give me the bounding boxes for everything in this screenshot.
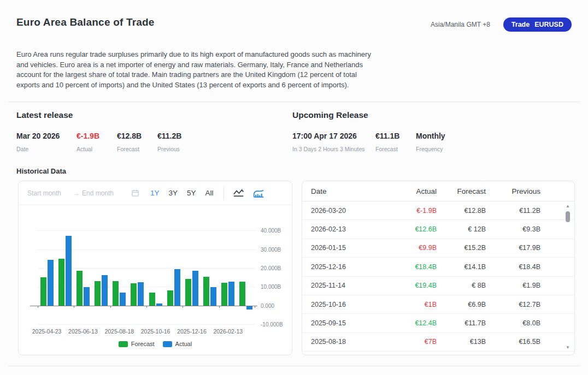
cell-date: 2026-03-20 <box>311 207 387 215</box>
cell-previous: €8.0B <box>486 319 540 327</box>
latest-release-heading: Latest release <box>16 110 292 120</box>
bar-forecast <box>203 277 209 305</box>
bar-actual <box>66 236 72 305</box>
legend-swatch <box>119 341 128 347</box>
page-header: Euro Area Balance of Trade Asia/Manila G… <box>0 0 588 32</box>
upcoming-release-items: 17:00 Apr 17 2026In 3 Days 2 Hours 3 Min… <box>292 132 445 152</box>
bar-actual <box>192 271 198 305</box>
bar-actual <box>210 287 216 306</box>
column-header-actual: Actual <box>387 187 437 195</box>
bar-actual <box>120 293 126 306</box>
cell-previous: €18.4B <box>486 263 540 271</box>
bar-actual <box>48 260 54 305</box>
cell-date: 2025-09-15 <box>311 319 387 327</box>
x-axis-label: 2025-08-18 <box>104 328 134 335</box>
x-axis-tick <box>110 306 111 308</box>
scroll-down-icon[interactable]: ▼ <box>566 345 570 350</box>
bar-forecast <box>95 281 101 306</box>
release-item: €11.1BForecast <box>375 132 416 152</box>
description-text: Euro Area runs regular trade surpluses p… <box>16 50 373 90</box>
legend-label: Actual <box>175 341 192 347</box>
y-axis-label: 0.000 <box>261 302 274 308</box>
table-row: 2026-02-13€12.6B€ 12B€9.3B <box>302 220 574 239</box>
range-buttons: 1Y3Y5YAll <box>150 189 214 197</box>
chart-panel: → 1Y3Y5YAll <box>18 181 292 355</box>
legend-swatch <box>163 341 172 347</box>
trade-button[interactable]: Trade EURUSD <box>503 17 572 32</box>
cell-previous: €16.5B <box>486 338 540 346</box>
chart-gridline <box>38 324 255 325</box>
cell-date: 2026-02-13 <box>311 225 387 233</box>
bar-actual <box>138 282 144 306</box>
cell-previous: €11.2B <box>486 207 540 215</box>
chart-type-bar-icon[interactable] <box>253 188 264 198</box>
table-row: 2025-08-18€7B€13B€16.5B <box>302 333 574 352</box>
chart-x-labels: 2025-04-232025-06-132025-08-182025-10-16… <box>38 328 255 335</box>
x-axis-label: 2025-06-13 <box>68 328 98 335</box>
bar-forecast <box>239 282 245 306</box>
release-value: €11.1B <box>375 132 416 140</box>
cell-previous: €17.9B <box>486 244 540 252</box>
start-month-input[interactable] <box>27 189 73 197</box>
x-axis-tick <box>255 306 255 308</box>
release-label: Forecast <box>375 146 416 152</box>
cell-forecast: € 8B <box>437 282 486 289</box>
release-value: €-1.9B <box>77 132 117 140</box>
cell-actual: €12.4B <box>387 319 437 327</box>
legend-item[interactable]: Actual <box>163 341 192 347</box>
x-axis-label: 2025-04-23 <box>32 328 62 335</box>
release-item: 17:00 Apr 17 2026In 3 Days 2 Hours 3 Min… <box>292 132 375 152</box>
cell-previous: €9.3B <box>486 225 540 233</box>
release-label: Actual <box>77 146 117 152</box>
table-row: 2025-12-16€18.4B€14.1B€18.4B <box>302 258 574 276</box>
scroll-thumb[interactable] <box>566 211 570 222</box>
table-body: 2026-03-20€-1.9B€12.8B€11.2B2026-02-13€1… <box>302 201 574 352</box>
x-axis-tick <box>38 306 38 308</box>
column-header-forecast: Forecast <box>437 187 486 195</box>
range-button-5y[interactable]: 5Y <box>187 189 196 197</box>
bar-forecast <box>58 259 64 306</box>
arrow-right-icon: → <box>73 189 80 197</box>
cell-forecast: € 12B <box>437 225 486 233</box>
table-panel: Date Actual Forecast Previous 2026-03-20… <box>302 181 575 355</box>
range-button-3y[interactable]: 3Y <box>169 189 178 197</box>
range-button-1y[interactable]: 1Y <box>150 189 160 197</box>
bar-forecast <box>77 271 83 305</box>
bar-forecast <box>149 293 155 306</box>
release-value: Monthly <box>416 132 445 140</box>
chart-type-line-icon[interactable] <box>233 188 244 198</box>
chart-type-icons <box>233 188 264 198</box>
x-axis-tick <box>219 306 220 308</box>
cell-actual: €9.9B <box>387 244 437 252</box>
range-button-all[interactable]: All <box>205 189 214 197</box>
upcoming-release-section: Upcoming Release 17:00 Apr 17 2026In 3 D… <box>292 110 445 152</box>
cell-previous: €1.9B <box>486 282 540 289</box>
cell-previous: €12.7B <box>486 301 540 308</box>
table-row: 2026-01-15€9.9B€15.2B€17.9B <box>302 239 574 258</box>
cell-forecast: €15.2B <box>437 244 486 252</box>
latest-release-items: Mar 20 2026Date€-1.9BActual€12.8BForecas… <box>16 132 292 152</box>
end-month-input[interactable] <box>82 189 128 197</box>
cell-forecast: €6.9B <box>437 301 486 308</box>
cell-date: 2025-10-16 <box>311 301 387 308</box>
column-header-date: Date <box>311 187 387 195</box>
chart-axis-line <box>30 306 257 306</box>
scroll-up-icon[interactable]: ▲ <box>566 204 570 209</box>
release-label: Date <box>16 146 77 152</box>
bar-actual <box>102 275 108 306</box>
bar-forecast <box>131 283 137 305</box>
bar-actual <box>246 306 252 310</box>
cell-actual: €18.4B <box>387 263 437 271</box>
table-scrollbar[interactable]: ▲ ▼ <box>564 204 572 350</box>
x-axis-label: 2025-12-16 <box>177 328 207 335</box>
bottom-divider <box>8 366 580 366</box>
release-label: Forecast <box>117 146 157 152</box>
legend-label: Forecast <box>131 341 155 347</box>
historical-data-heading: Historical Data <box>16 167 572 175</box>
cell-actual: €19.4B <box>387 282 437 289</box>
release-label: Previous <box>157 146 181 152</box>
table-row: 2025-11-14€19.4B€ 8B€1.9B <box>302 277 574 295</box>
cell-actual: €7B <box>387 338 437 346</box>
legend-item[interactable]: Forecast <box>119 341 155 347</box>
calendar-icon[interactable] <box>131 189 139 197</box>
